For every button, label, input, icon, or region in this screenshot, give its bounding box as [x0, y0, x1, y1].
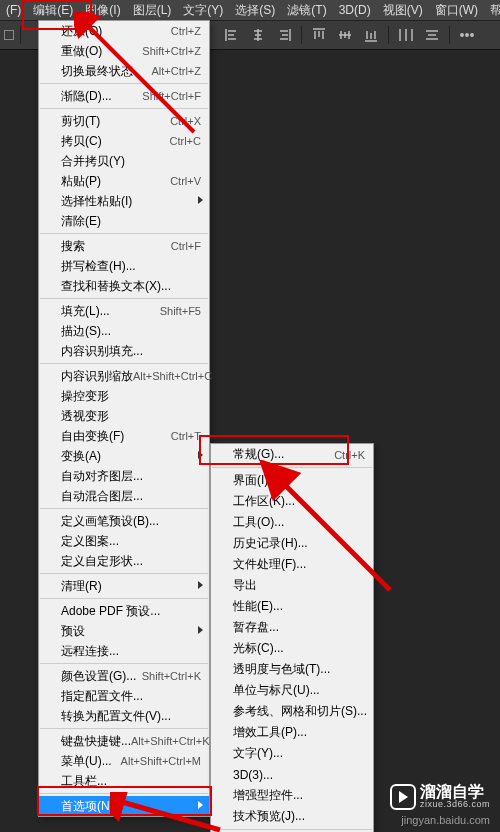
menu-file[interactable]: (F): [0, 1, 27, 19]
menu-select[interactable]: 选择(S): [229, 0, 281, 21]
menu-item[interactable]: 清理(R): [39, 576, 209, 596]
menu-item-label: 切换最终状态: [61, 63, 151, 80]
menu-type[interactable]: 文字(Y): [177, 0, 229, 21]
menu-item[interactable]: 内容识别填充...: [39, 341, 209, 361]
align-left-icon[interactable]: [221, 24, 243, 46]
menu-item[interactable]: Adobe PDF 预设...: [39, 601, 209, 621]
submenu-item[interactable]: 导出: [211, 575, 373, 596]
submenu-item[interactable]: 参考线、网格和切片(S)...: [211, 701, 373, 722]
menu-view[interactable]: 视图(V): [377, 0, 429, 21]
menu-item-label: Adobe PDF 预设...: [61, 603, 201, 620]
submenu-item[interactable]: 文字(Y)...: [211, 743, 373, 764]
menu-item[interactable]: 剪切(T)Ctrl+X: [39, 111, 209, 131]
align-center-h-icon[interactable]: [247, 24, 269, 46]
submenu-item[interactable]: 透明度与色域(T)...: [211, 659, 373, 680]
menu-item[interactable]: 内容识别缩放Alt+Shift+Ctrl+C: [39, 366, 209, 386]
menu-item[interactable]: 查找和替换文本(X)...: [39, 276, 209, 296]
submenu-item[interactable]: 工作区(K)...: [211, 491, 373, 512]
menu-item-shortcut: Ctrl+Z: [171, 25, 201, 37]
menu-filter[interactable]: 滤镜(T): [281, 0, 332, 21]
menu-item[interactable]: 定义自定形状...: [39, 551, 209, 571]
menu-item[interactable]: 预设: [39, 621, 209, 641]
menu-item[interactable]: 拷贝(C)Ctrl+C: [39, 131, 209, 151]
menu-item-label: 指定配置文件...: [61, 688, 201, 705]
submenu-item[interactable]: 3D(3)...: [211, 764, 373, 785]
menu-item[interactable]: 操控变形: [39, 386, 209, 406]
submenu-arrow-icon: [198, 581, 203, 589]
menu-item-label: 搜索: [61, 238, 171, 255]
submenu-item[interactable]: 工具(O)...: [211, 512, 373, 533]
menu-item[interactable]: 工具栏...: [39, 771, 209, 791]
menu-item-label: 拼写检查(H)...: [61, 258, 201, 275]
submenu-item[interactable]: 历史记录(H)...: [211, 533, 373, 554]
menu-item-shortcut: Alt+Shift+Ctrl+K: [131, 735, 210, 747]
submenu-item[interactable]: 暂存盘...: [211, 617, 373, 638]
menu-item[interactable]: 搜索Ctrl+F: [39, 236, 209, 256]
menu-item-label: 转换为配置文件(V)...: [61, 708, 201, 725]
menu-item[interactable]: 描边(S)...: [39, 321, 209, 341]
menu-item-shortcut: Shift+F5: [160, 305, 201, 317]
menu-item[interactable]: 选择性粘贴(I): [39, 191, 209, 211]
menu-item[interactable]: 重做(O)Shift+Ctrl+Z: [39, 41, 209, 61]
submenu-item[interactable]: 增强型控件...: [211, 785, 373, 806]
checkbox-icon[interactable]: [4, 30, 14, 40]
menu-item[interactable]: 透视变形: [39, 406, 209, 426]
menu-item[interactable]: 粘贴(P)Ctrl+V: [39, 171, 209, 191]
menu-item[interactable]: 变换(A): [39, 446, 209, 466]
menu-item[interactable]: 菜单(U)...Alt+Shift+Ctrl+M: [39, 751, 209, 771]
submenu-item[interactable]: 光标(C)...: [211, 638, 373, 659]
submenu-item[interactable]: 界面(I)...: [211, 470, 373, 491]
menu-separator: [40, 233, 208, 234]
menu-item[interactable]: 指定配置文件...: [39, 686, 209, 706]
menu-item[interactable]: 远程连接...: [39, 641, 209, 661]
distribute-v-icon[interactable]: [421, 24, 443, 46]
menu-item[interactable]: 键盘快捷键...Alt+Shift+Ctrl+K: [39, 731, 209, 751]
submenu-item[interactable]: 文件处理(F)...: [211, 554, 373, 575]
menu-item[interactable]: 清除(E): [39, 211, 209, 231]
menu-item[interactable]: 拼写检查(H)...: [39, 256, 209, 276]
menu-item[interactable]: 颜色设置(G)...Shift+Ctrl+K: [39, 666, 209, 686]
menu-layer[interactable]: 图层(L): [127, 0, 178, 21]
align-right-icon[interactable]: [273, 24, 295, 46]
menu-edit[interactable]: 编辑(E): [27, 0, 79, 21]
distribute-h-icon[interactable]: [395, 24, 417, 46]
submenu-item[interactable]: 技术预览(J)...: [211, 806, 373, 827]
submenu-item-label: 工作区(K)...: [233, 493, 365, 510]
submenu-item[interactable]: 单位与标尺(U)...: [211, 680, 373, 701]
menu-image[interactable]: 图像(I): [79, 0, 126, 21]
align-bottom-icon[interactable]: [360, 24, 382, 46]
menu-item-label: 填充(L)...: [61, 303, 160, 320]
menu-item[interactable]: 定义画笔预设(B)...: [39, 511, 209, 531]
submenu-arrow-icon: [198, 451, 203, 459]
menu-item-shortcut: Shift+Ctrl+F: [142, 90, 201, 102]
menu-item[interactable]: 还原(O)Ctrl+Z: [39, 21, 209, 41]
menu-item[interactable]: 首选项(N): [39, 796, 209, 816]
submenu-item[interactable]: 常规(G)...Ctrl+K: [211, 444, 373, 465]
menu-item-label: 自动对齐图层...: [61, 468, 201, 485]
submenu-item[interactable]: 增效工具(P)...: [211, 722, 373, 743]
menu-help[interactable]: 帮助(H): [484, 0, 500, 21]
menu-item[interactable]: 自由变换(F)Ctrl+T: [39, 426, 209, 446]
submenu-item-label: 参考线、网格和切片(S)...: [233, 703, 367, 720]
svg-point-2: [471, 34, 473, 36]
menu-window[interactable]: 窗口(W): [429, 0, 484, 21]
menu-item[interactable]: 切换最终状态Alt+Ctrl+Z: [39, 61, 209, 81]
menu-3d[interactable]: 3D(D): [333, 1, 377, 19]
menu-separator: [40, 508, 208, 509]
menu-item[interactable]: 填充(L)...Shift+F5: [39, 301, 209, 321]
menu-item[interactable]: 转换为配置文件(V)...: [39, 706, 209, 726]
align-top-icon[interactable]: [308, 24, 330, 46]
align-center-v-icon[interactable]: [334, 24, 356, 46]
menu-item[interactable]: 定义图案...: [39, 531, 209, 551]
watermark-sub: zixue.3d66.com: [420, 799, 490, 809]
more-options-icon[interactable]: [456, 24, 478, 46]
submenu-item[interactable]: 性能(E)...: [211, 596, 373, 617]
menu-item[interactable]: 渐隐(D)...Shift+Ctrl+F: [39, 86, 209, 106]
menu-item[interactable]: 自动混合图层...: [39, 486, 209, 506]
menu-separator: [40, 573, 208, 574]
menu-item[interactable]: 合并拷贝(Y): [39, 151, 209, 171]
menu-item[interactable]: 自动对齐图层...: [39, 466, 209, 486]
menu-item-shortcut: Shift+Ctrl+K: [142, 670, 201, 682]
menu-item-label: 清除(E): [61, 213, 201, 230]
menu-separator: [40, 298, 208, 299]
